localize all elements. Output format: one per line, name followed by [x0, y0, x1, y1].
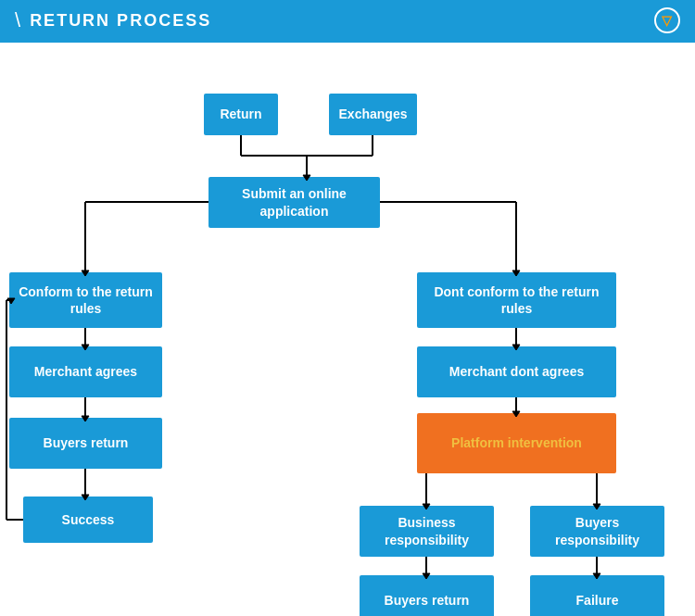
dont-conform-box: Dont conform to the return rules [417, 272, 616, 328]
buyers-return-left-box: Buyers return [9, 418, 162, 469]
diagram-area: Return Exchanges Submit an online applic… [0, 43, 695, 616]
header: \ RETURN PROCESS ▽ [0, 0, 695, 43]
return-box: Return [204, 94, 278, 135]
platform-box: Platform intervention [417, 413, 616, 473]
failure-box: Failure [530, 575, 664, 616]
conform-box: Conform to the return rules [9, 272, 162, 328]
buyers-resp-box: Buyers responsibility [530, 506, 664, 557]
merchant-dont-box: Merchant dont agrees [417, 346, 616, 397]
header-slash: \ [15, 8, 22, 32]
submit-box: Submit an online application [208, 177, 380, 228]
merchant-agrees-box: Merchant agrees [9, 346, 162, 397]
success-box: Success [23, 497, 153, 543]
exchanges-box: Exchanges [329, 94, 417, 135]
collapse-icon[interactable]: ▽ [654, 7, 680, 33]
business-resp-box: Business responsibility [360, 506, 494, 557]
buyers-return-right-box: Buyers return [360, 575, 494, 616]
header-title: RETURN PROCESS [30, 11, 211, 31]
